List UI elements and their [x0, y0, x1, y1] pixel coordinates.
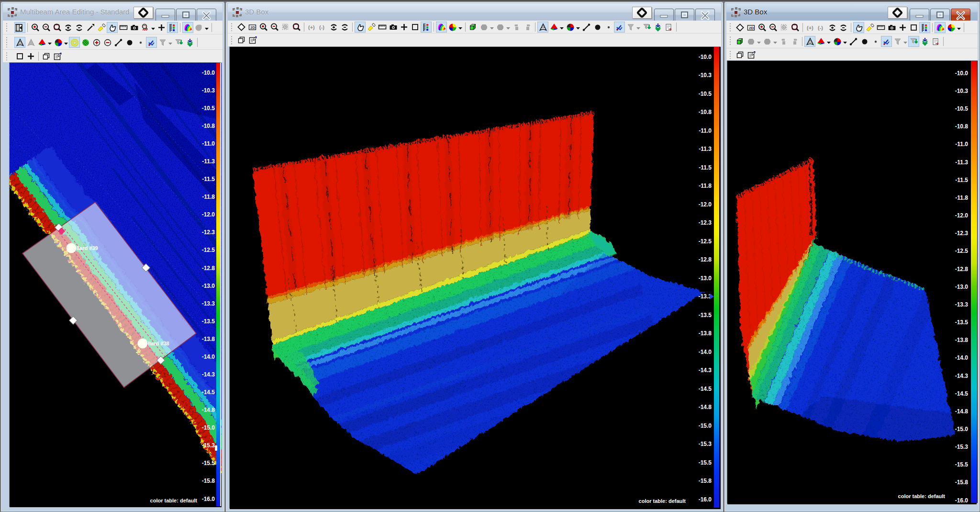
svg-text:llard #38: llard #38	[148, 341, 169, 346]
svg-text:llard #39: llard #39	[77, 245, 98, 251]
